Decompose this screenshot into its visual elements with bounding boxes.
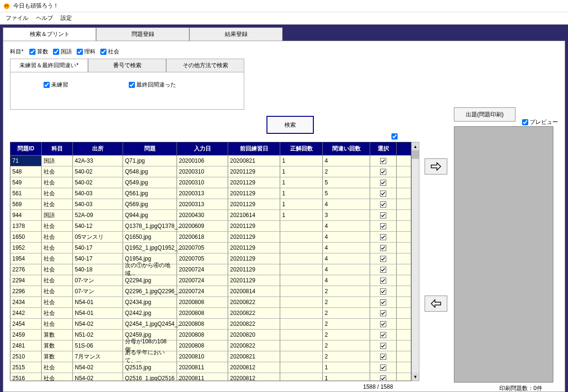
col-last-practice[interactable]: 前回練習日: [228, 142, 280, 155]
cell-id: 549: [10, 177, 42, 188]
checkbox-social[interactable]: 社会: [100, 48, 119, 56]
cell-correct: [280, 373, 323, 381]
table-row[interactable]: 2276社会540-18次の①から④の地域...2020072420201129…: [10, 264, 411, 275]
table-row[interactable]: 2481算数51S-06分母が108の108個...20200808202008…: [10, 340, 411, 351]
tab-register-result[interactable]: 結果登録: [189, 27, 283, 41]
cell-question: Q2296_1.jpgQ2296_...: [123, 286, 177, 296]
table-row[interactable]: 569社会540-03Q569.jpg202003132020112914: [10, 199, 411, 210]
cell-select[interactable]: [370, 188, 397, 199]
col-correct[interactable]: 正解回数: [280, 142, 323, 155]
cell-question: Q1650.jpg: [123, 232, 177, 242]
scroll-up-icon[interactable]: ▲: [412, 142, 419, 150]
subtab-other[interactable]: その他方法で検索: [166, 59, 244, 72]
cell-subject: 算数: [42, 340, 73, 351]
cell-select[interactable]: [370, 177, 397, 188]
cell-source: 540-03: [73, 188, 123, 199]
scroll-thumb[interactable]: [412, 150, 419, 159]
cell-select[interactable]: [370, 275, 397, 286]
cell-select[interactable]: [370, 210, 397, 220]
col-question[interactable]: 問題: [123, 142, 177, 155]
tab-register-question[interactable]: 問題登録: [96, 27, 189, 41]
table-row[interactable]: 2510算数7月マンスある学年において、...20200810202008212: [10, 351, 411, 362]
menu-file[interactable]: ファイル: [6, 14, 28, 22]
cell-select[interactable]: [370, 319, 397, 329]
table-row[interactable]: 71国語42A-33Q71.jpg202001062020082114: [10, 156, 411, 166]
cell-question: ある学年において、...: [123, 351, 177, 362]
cell-last-practice: 20200812: [228, 373, 280, 381]
cell-question: Q2442.jpg: [123, 308, 177, 318]
cell-select[interactable]: [370, 362, 397, 373]
subtab-unpracticed[interactable]: 未練習＆最終回間違い*: [10, 59, 88, 72]
col-id[interactable]: 問題ID: [10, 142, 42, 155]
table-row[interactable]: 2294社会07-マンQ2294.jpg20200724202011294: [10, 275, 411, 286]
table-row[interactable]: 1952社会540-17Q1952_1.jpgQ1952_...20200705…: [10, 243, 411, 253]
checkbox-math[interactable]: 算数: [29, 48, 48, 56]
cell-wrong: 4: [323, 253, 370, 264]
cell-select[interactable]: [370, 166, 397, 177]
menu-settings[interactable]: 設定: [61, 14, 72, 22]
table-row[interactable]: 2515社会N54-02Q2515.jpg20200811202008121: [10, 362, 411, 373]
menu-help[interactable]: ヘルプ: [36, 14, 53, 22]
tab-search-print[interactable]: 検索＆プリント: [3, 27, 96, 41]
table-row[interactable]: 2434社会N54-01Q2434.jpg20200808202008222: [10, 297, 411, 308]
cell-question: Q549.jpg: [123, 177, 177, 188]
checkbox-science[interactable]: 理科: [77, 48, 96, 56]
checkbox-last-wrong[interactable]: 最終回間違った: [129, 81, 176, 89]
col-subject[interactable]: 科目: [42, 142, 73, 155]
col-wrong[interactable]: 間違い回数: [323, 142, 370, 155]
scroll-down-icon[interactable]: ▼: [412, 373, 419, 381]
cell-last-practice: 20201129: [228, 264, 280, 275]
cell-correct: [280, 286, 323, 296]
cell-select[interactable]: [370, 340, 397, 351]
move-left-button[interactable]: [425, 296, 447, 312]
tab-content: 科目* 算数 国語 理科 社会 未練習＆最終回間違い* 番号で検索 その他方法で…: [3, 41, 565, 392]
cell-wrong: 2: [323, 330, 370, 340]
print-button[interactable]: 出題(問題印刷): [454, 107, 515, 122]
cell-subject: 社会: [42, 286, 73, 296]
move-right-button[interactable]: [425, 158, 447, 174]
cell-select[interactable]: [370, 243, 397, 253]
cell-select[interactable]: [370, 221, 397, 231]
table-scrollbar[interactable]: ▲ ▼: [411, 142, 419, 381]
table-row[interactable]: 1650社会05マンスリQ1650.jpg20200618202011294: [10, 232, 411, 243]
checkbox-preview[interactable]: プレビュー: [522, 118, 558, 126]
cell-select[interactable]: [370, 199, 397, 209]
cell-select[interactable]: [370, 297, 397, 307]
col-source[interactable]: 出所: [73, 142, 123, 155]
cell-select[interactable]: [370, 264, 397, 275]
table-row[interactable]: 944国語52A-09Q944.jpg202004302021061413: [10, 210, 411, 221]
table-row[interactable]: 548社会540-02Q548.jpg202003102020112912: [10, 166, 411, 177]
cell-last-practice: 20200822: [228, 319, 280, 329]
cell-select[interactable]: [370, 232, 397, 242]
cell-select[interactable]: [370, 351, 397, 362]
table-row[interactable]: 561社会540-03Q561.jpg202003132020112915: [10, 188, 411, 199]
checkbox-japanese[interactable]: 国語: [53, 48, 72, 56]
cell-last-practice: 20201129: [228, 188, 280, 199]
table-row[interactable]: 2442社会N54-01Q2442.jpg20200808202008222: [10, 308, 411, 319]
search-button[interactable]: 検索: [266, 116, 314, 134]
cell-select[interactable]: [370, 373, 397, 381]
cell-select[interactable]: [370, 156, 397, 166]
table-row[interactable]: 2454社会N54-02Q2454_1.jpgQ2454_...20200808…: [10, 319, 411, 330]
cell-select[interactable]: [370, 286, 397, 296]
cell-select[interactable]: [370, 308, 397, 318]
cell-wrong: 2: [323, 297, 370, 307]
table-row[interactable]: 1954社会540-17Q1954.jpg20200705202011294: [10, 253, 411, 264]
subtab-by-number[interactable]: 番号で検索: [88, 59, 166, 72]
cell-select[interactable]: [370, 330, 397, 340]
table-row[interactable]: 2459算数N51-02Q2459.jpg20200808202008202: [10, 330, 411, 340]
cell-wrong: 4: [323, 264, 370, 275]
cell-subject: 社会: [42, 166, 73, 177]
col-select[interactable]: 選択: [370, 142, 397, 155]
cell-id: 569: [10, 199, 42, 209]
table-row[interactable]: 549社会540-02Q549.jpg202003102020112915: [10, 177, 411, 188]
table-row[interactable]: 2296社会07-マンQ2296_1.jpgQ2296_...202007242…: [10, 286, 411, 297]
select-all-checkbox[interactable]: [391, 133, 398, 139]
cell-last-practice: 20200812: [228, 362, 280, 373]
table-row[interactable]: 1378社会540-12Q1378_1.jpgQ1378_...20200609…: [10, 221, 411, 232]
col-input-date[interactable]: 入力日: [177, 142, 228, 155]
table-row[interactable]: 2516社会N54-02Q2516_1.jpgQ2516_...20200811…: [10, 373, 411, 381]
checkbox-unpracticed[interactable]: 未練習: [44, 81, 68, 89]
cell-select[interactable]: [370, 253, 397, 264]
cell-last-practice: 20200821: [228, 156, 280, 166]
